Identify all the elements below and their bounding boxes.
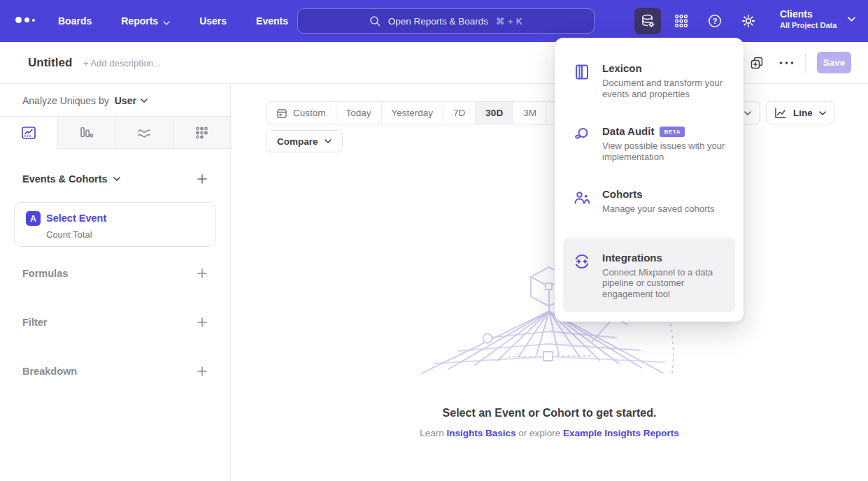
duplicate-icon xyxy=(749,55,764,71)
global-search-input[interactable]: Open Reports & Boards ⌘ + K xyxy=(297,8,595,34)
nav-icon-group: ? xyxy=(634,8,762,34)
breakdown-label: Breakdown xyxy=(22,366,77,377)
add-filter-button[interactable] xyxy=(197,317,208,328)
search-placeholder: Open Reports & Boards xyxy=(388,16,488,27)
plus-icon xyxy=(197,317,208,328)
select-event-button[interactable]: Select Event xyxy=(46,213,106,224)
help-button[interactable]: ? xyxy=(702,8,728,34)
menu-item-cohorts[interactable]: Cohorts Manage your saved cohorts xyxy=(555,180,744,222)
save-button[interactable]: Save xyxy=(817,52,851,73)
plus-icon xyxy=(197,173,208,185)
search-icon xyxy=(369,15,380,27)
example-reports-link[interactable]: Example Insights Reports xyxy=(563,428,679,438)
filter-label: Filter xyxy=(22,317,47,328)
tab-stream-chart[interactable] xyxy=(115,117,173,148)
tab-bar-chart[interactable] xyxy=(58,117,116,148)
cohorts-people-icon xyxy=(573,189,591,207)
date-range-today[interactable]: Today xyxy=(336,102,382,124)
menu-item-description: Connect Mixpanel to a data pipeline or c… xyxy=(602,267,725,300)
breakdown-section: Breakdown xyxy=(22,366,208,377)
chart-type-dropdown[interactable]: Line xyxy=(766,101,834,124)
menu-item-description: Manage your saved cohorts xyxy=(602,203,725,215)
settings-button[interactable] xyxy=(735,8,762,34)
report-canvas: Custom Today Yesterday 7D 30D 3M 6M Comp… xyxy=(231,84,868,481)
data-audit-icon xyxy=(573,126,591,144)
empty-state-links: Learn Insights Basics or explore Example… xyxy=(231,428,868,438)
duplicate-button[interactable] xyxy=(749,55,764,71)
chevron-down-icon xyxy=(163,16,170,27)
date-range-yesterday[interactable]: Yesterday xyxy=(382,102,444,124)
data-management-menu: Lexicon Document and transform your even… xyxy=(555,38,744,322)
nav-item-events[interactable]: Events xyxy=(256,15,288,27)
chart-type-tabs xyxy=(0,116,230,149)
tab-line-chart[interactable] xyxy=(0,117,58,148)
calendar-icon xyxy=(276,108,287,119)
mixpanel-logo[interactable] xyxy=(15,17,35,23)
nav-item-boards[interactable]: Boards xyxy=(58,15,92,27)
menu-item-title: Data Audit xyxy=(602,125,654,138)
chevron-down-icon xyxy=(848,17,855,22)
menu-item-lexicon[interactable]: Lexicon Document and transform your even… xyxy=(555,55,744,107)
formulas-label: Formulas xyxy=(22,268,68,279)
bar-chart-icon xyxy=(78,124,94,141)
date-range-3m[interactable]: 3M xyxy=(513,102,547,124)
date-range-30d[interactable]: 30D xyxy=(476,102,513,124)
beta-badge: BETA xyxy=(660,127,685,137)
menu-item-title: Lexicon xyxy=(602,62,642,75)
chevron-down-icon xyxy=(141,99,148,103)
events-cohorts-section: Events & Cohorts xyxy=(22,173,208,185)
gear-icon xyxy=(741,13,756,29)
date-range-7d[interactable]: 7D xyxy=(443,102,476,124)
menu-item-title: Integrations xyxy=(602,252,662,264)
menu-item-integrations[interactable]: Integrations Connect Mixpanel to a data … xyxy=(563,238,735,313)
project-name: All Project Data xyxy=(780,20,837,30)
database-gear-icon xyxy=(640,13,655,29)
formulas-section: Formulas xyxy=(22,268,208,279)
date-range-control: Custom Today Yesterday 7D 30D 3M 6M xyxy=(266,101,581,124)
events-cohorts-dropdown[interactable]: Events & Cohorts xyxy=(22,173,120,185)
learn-prefix: Learn xyxy=(420,428,446,438)
menu-item-title: Cohorts xyxy=(602,188,643,201)
nav-links: Boards Reports Users Events xyxy=(58,0,288,42)
report-title[interactable]: Untitled xyxy=(28,56,72,70)
more-options-button[interactable] xyxy=(779,61,794,64)
tab-metrics-grid[interactable] xyxy=(173,117,231,148)
menu-item-description: Document and transform your events and p… xyxy=(602,78,725,99)
report-description-field[interactable]: + Add description... xyxy=(83,57,161,68)
line-chart-icon xyxy=(20,124,37,141)
chevron-down-icon xyxy=(819,111,826,115)
metrics-grid-icon xyxy=(193,124,210,141)
project-switcher[interactable]: Clients All Project Data xyxy=(780,8,855,30)
nav-item-reports[interactable]: Reports xyxy=(121,15,170,27)
chevron-down-icon xyxy=(744,111,751,115)
event-row-a[interactable]: A Select Event Count Total xyxy=(14,202,216,247)
event-letter-badge: A xyxy=(26,211,41,226)
menu-item-description: View possible issues with your implement… xyxy=(602,141,725,162)
plus-icon xyxy=(197,366,208,377)
header-divider xyxy=(805,53,806,73)
search-shortcut: ⌘ + K xyxy=(496,16,522,27)
insights-basics-link[interactable]: Insights Basics xyxy=(446,428,515,438)
add-formula-button[interactable] xyxy=(197,268,208,279)
grid-icon xyxy=(674,13,689,29)
date-range-custom[interactable]: Custom xyxy=(266,102,336,124)
plus-icon xyxy=(197,268,208,279)
analyze-by-dropdown[interactable]: User xyxy=(115,95,148,106)
or-explore-text: or explore xyxy=(515,428,563,438)
count-type-selector[interactable]: Count Total xyxy=(46,229,92,240)
nav-item-users[interactable]: Users xyxy=(199,15,227,27)
top-nav: Boards Reports Users Events Open Reports… xyxy=(0,0,868,42)
empty-state-title: Select an Event or Cohort to get started… xyxy=(231,407,868,419)
add-event-button[interactable] xyxy=(197,173,208,185)
add-breakdown-button[interactable] xyxy=(197,366,208,377)
chevron-down-icon xyxy=(325,139,332,143)
line-chart-mini-icon xyxy=(774,108,787,119)
svg-text:?: ? xyxy=(713,17,718,25)
menu-item-data-audit[interactable]: Data Audit BETA View possible issues wit… xyxy=(555,117,744,170)
compare-dropdown[interactable]: Compare xyxy=(266,130,343,152)
lexicon-book-icon xyxy=(573,63,591,81)
integrations-sync-icon xyxy=(573,252,591,271)
analyze-row: Analyze Uniques by User xyxy=(22,94,230,106)
apps-grid-button[interactable] xyxy=(668,8,695,34)
data-management-button[interactable] xyxy=(634,8,661,34)
